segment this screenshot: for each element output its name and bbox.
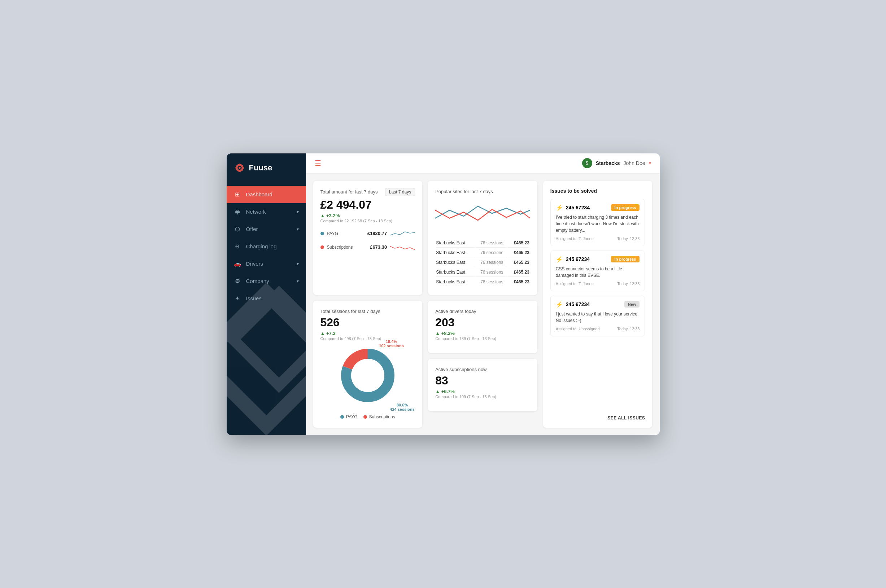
table-row: Starbucks East76 sessions£465.23 — [436, 258, 529, 267]
issue-footer: Assigned to: Unassigned Today, 12:33 — [556, 327, 640, 331]
payg-legend-label: PAYG — [346, 414, 358, 419]
drivers-change: ▲ +8.3% — [435, 331, 455, 336]
issue-header: ⚡ 245 67234 In progress — [556, 256, 640, 263]
topbar-user: John Doe — [624, 160, 645, 166]
sidebar-item-company[interactable]: ⚙ Company ▾ — [226, 273, 306, 290]
payg-dot — [321, 232, 324, 236]
sidebar-item-label: Issues — [246, 295, 262, 302]
menu-button[interactable]: ☰ — [315, 159, 321, 168]
chevron-down-icon: ▾ — [297, 261, 299, 266]
table-row: Starbucks East76 sessions£465.23 — [436, 248, 529, 257]
issue-header: ⚡ 245 67234 New — [556, 301, 640, 308]
issue-time: Today, 12:33 — [617, 282, 640, 286]
issues-label: Issues to be solved — [550, 188, 645, 194]
issue-id: 245 67234 — [566, 205, 608, 210]
chevron-down-icon: ▾ — [297, 226, 299, 232]
subs-compared: Compared to 109 (7 Sep - 13 Sep) — [435, 394, 530, 399]
issue-desc: CSS connector seems to be a little damag… — [556, 266, 640, 279]
sessions-card: Total sessions for last 7 days 526 ▲ +7.… — [313, 301, 423, 428]
sidebar: Fuuse ⊞ Dashboard ◉ Network ▾ ⬡ Offer ▾ … — [226, 153, 306, 435]
active-subs-card: Active subscriptions now 83 ▲ +6.7% Comp… — [428, 359, 537, 411]
table-row: Starbucks East76 sessions£465.23 — [436, 268, 529, 277]
topbar: ☰ S Starbacks John Doe ▾ — [306, 153, 660, 174]
drivers-compared: Compared to 189 (7 Sep - 13 Sep) — [435, 336, 530, 341]
lightning-icon: ⚡ — [556, 204, 563, 211]
subs-value: £673.30 — [370, 244, 387, 250]
issue-item: ⚡ 245 67234 In progress I've tried to st… — [550, 199, 645, 246]
issue-assigned: Assigned to: T. Jones — [556, 236, 593, 241]
sidebar-item-label: Charging log — [246, 243, 277, 249]
sidebar-item-label: Company — [246, 278, 269, 284]
sessions-count: 526 — [321, 316, 415, 329]
table-row: Starbucks East76 sessions£465.23 — [436, 278, 529, 286]
chevron-down-icon: ▾ — [297, 209, 299, 214]
issue-badge: In progress — [611, 256, 640, 262]
sidebar-logo: Fuuse — [226, 153, 306, 182]
issue-time: Today, 12:33 — [617, 236, 640, 241]
table-row: Starbucks East76 sessions£465.23 — [436, 238, 529, 248]
revenue-amount: £2 494.07 — [321, 198, 415, 212]
issue-id: 245 67234 — [566, 256, 608, 262]
sidebar-item-label: Offer — [246, 226, 258, 232]
payg-value: £1820.77 — [367, 231, 387, 236]
dashboard-icon: ⊞ — [234, 191, 241, 198]
revenue-label: Total amount for last 7 days — [321, 189, 378, 195]
issue-header: ⚡ 245 67234 In progress — [556, 204, 640, 211]
issue-item: ⚡ 245 67234 New I just wanted to say tha… — [550, 296, 645, 336]
issue-assigned: Assigned to: T. Jones — [556, 282, 593, 286]
issue-badge: New — [624, 301, 640, 308]
topbar-caret-icon[interactable]: ▾ — [649, 160, 651, 166]
payg-metric: PAYG £1820.77 — [321, 228, 415, 239]
issue-time: Today, 12:33 — [617, 327, 640, 331]
col2-stack: Active drivers today 203 ▲ +8.3% Compare… — [428, 301, 537, 428]
charging-log-icon: ⊖ — [234, 243, 241, 250]
sidebar-item-dashboard[interactable]: ⊞ Dashboard — [226, 186, 306, 203]
issue-desc: I just wanted to say that I love your se… — [556, 311, 640, 324]
issue-footer: Assigned to: T. Jones Today, 12:33 — [556, 236, 640, 241]
sidebar-item-drivers[interactable]: 🚗 Drivers ▾ — [226, 255, 306, 273]
subs-legend-dot — [363, 415, 367, 419]
active-drivers-card: Active drivers today 203 ▲ +8.3% Compare… — [428, 301, 537, 353]
subs-dot — [321, 246, 324, 249]
payg-legend-dot — [340, 415, 344, 419]
issues-card: Issues to be solved ⚡ 245 67234 In progr… — [543, 181, 652, 428]
issue-id: 245 67234 — [566, 302, 621, 307]
active-subs-count: 83 — [435, 374, 530, 387]
main-area: ☰ S Starbacks John Doe ▾ Total amount fo… — [306, 153, 660, 435]
period-badge[interactable]: Last 7 days — [385, 188, 415, 196]
lightning-icon: ⚡ — [556, 256, 563, 263]
payg-label: PAYG — [327, 231, 364, 236]
sidebar-item-label: Drivers — [246, 261, 264, 267]
issue-desc: I've tried to start charging 3 times and… — [556, 214, 640, 234]
popular-sites-chart — [435, 198, 530, 234]
network-icon: ◉ — [234, 208, 241, 216]
sessions-donut: 19.4% 102 sessions 80.6% 424 sessions — [339, 346, 397, 404]
subs-metric: Subscriptions £673.30 — [321, 242, 415, 253]
issue-footer: Assigned to: T. Jones Today, 12:33 — [556, 282, 640, 286]
drivers-icon: 🚗 — [234, 260, 241, 267]
issue-assigned: Assigned to: Unassigned — [556, 327, 600, 331]
issues-list: ⚡ 245 67234 In progress I've tried to st… — [550, 199, 645, 341]
subs-legend-label: Subscriptions — [369, 414, 395, 419]
payg-mini-chart — [390, 228, 415, 239]
issues-icon: ✦ — [234, 295, 241, 302]
app-name: Fuuse — [249, 163, 273, 172]
revenue-card: Total amount for last 7 days Last 7 days… — [313, 181, 423, 295]
subs-label: Subscriptions — [327, 245, 367, 250]
sidebar-item-label: Dashboard — [246, 191, 273, 198]
revenue-change: ▲ +3.2% — [321, 213, 340, 218]
sidebar-item-issues[interactable]: ✦ Issues — [226, 290, 306, 307]
dashboard-content: Total amount for last 7 days Last 7 days… — [306, 174, 660, 435]
topbar-right: S Starbacks John Doe ▾ — [582, 158, 651, 168]
see-all-issues-button[interactable]: SEE ALL ISSUES — [550, 412, 645, 420]
sidebar-item-charging-log[interactable]: ⊖ Charging log — [226, 238, 306, 255]
company-icon: ⚙ — [234, 278, 241, 285]
sidebar-item-network[interactable]: ◉ Network ▾ — [226, 203, 306, 220]
sidebar-item-label: Network — [246, 208, 266, 215]
brand-logo-icon: S — [582, 158, 592, 168]
svg-point-2 — [351, 359, 384, 392]
sidebar-item-offer[interactable]: ⬡ Offer ▾ — [226, 220, 306, 238]
subs-mini-chart — [390, 242, 415, 253]
sessions-label: Total sessions for last 7 days — [321, 309, 381, 314]
subs-pct-label: 19.4% 102 sessions — [379, 339, 404, 348]
